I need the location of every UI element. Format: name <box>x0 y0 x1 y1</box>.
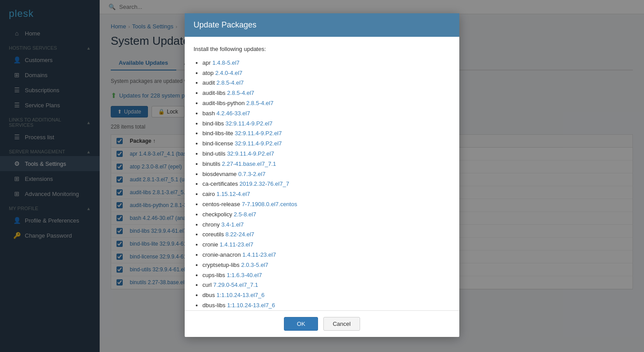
list-item: cronie-anacron 1.4.11-23.el7 <box>202 250 450 260</box>
list-item: dbus 1:1.10.24-13.el7_6 <box>202 291 450 300</box>
list-item: binutils 2.27-41.base.el7_7.1 <box>202 160 450 169</box>
list-item: bind-libs-lite 32:9.11.4-9.P2.el7 <box>202 129 450 138</box>
modal-header: Update Packages <box>185 13 459 37</box>
list-item: bind-libs 32:9.11.4-9.P2.el7 <box>202 119 450 129</box>
list-item: curl 7.29.0-54.el7_7.1 <box>202 281 450 290</box>
update-packages-modal: Update Packages Install the following up… <box>185 13 459 337</box>
modal-footer: OK Cancel <box>185 310 459 337</box>
list-item: bash 4.2.46-33.el7 <box>202 109 450 118</box>
list-item: atop 2.4.0-4.el7 <box>202 69 450 78</box>
list-item: cups-libs 1:1.6.3-40.el7 <box>202 271 450 280</box>
list-item: centos-release 7-7.1908.0.el7.centos <box>202 200 450 209</box>
modal-package-list: apr 1.4.8-5.el7 atop 2.4.0-4.el7 audit 2… <box>194 59 450 310</box>
list-item: ca-certificates 2019.2.32-76.el7_7 <box>202 180 450 189</box>
modal-overlay: Update Packages Install the following up… <box>0 0 644 352</box>
modal-cancel-button[interactable]: Cancel <box>323 317 360 331</box>
list-item: dbus-libs 1:1.10.24-13.el7_6 <box>202 301 450 310</box>
list-item: bind-license 32:9.11.4-9.P2.el7 <box>202 139 450 149</box>
list-item: audit 2.8.5-4.el7 <box>202 78 450 88</box>
list-item: cairo 1.15.12-4.el7 <box>202 190 450 199</box>
modal-body: Install the following updates: apr 1.4.8… <box>185 37 459 310</box>
list-item: audit-libs 2.8.5-4.el7 <box>202 89 450 98</box>
modal-ok-button[interactable]: OK <box>284 317 318 331</box>
list-item: coreutils 8.22-24.el7 <box>202 230 450 239</box>
list-item: chrony 3.4-1.el7 <box>202 220 450 230</box>
list-item: bind-utils 32:9.11.4-9.P2.el7 <box>202 149 450 159</box>
list-item: apr 1.4.8-5.el7 <box>202 59 450 68</box>
list-item: checkpolicy 2.5-8.el7 <box>202 210 450 219</box>
list-item: biosdevname 0.7.3-2.el7 <box>202 170 450 179</box>
modal-intro: Install the following updates: <box>194 45 450 54</box>
list-item: audit-libs-python 2.8.5-4.el7 <box>202 99 450 108</box>
list-item: cronie 1.4.11-23.el7 <box>202 240 450 250</box>
list-item: cryptsetup-libs 2.0.3-5.el7 <box>202 261 450 270</box>
modal-title: Update Packages <box>194 20 256 29</box>
